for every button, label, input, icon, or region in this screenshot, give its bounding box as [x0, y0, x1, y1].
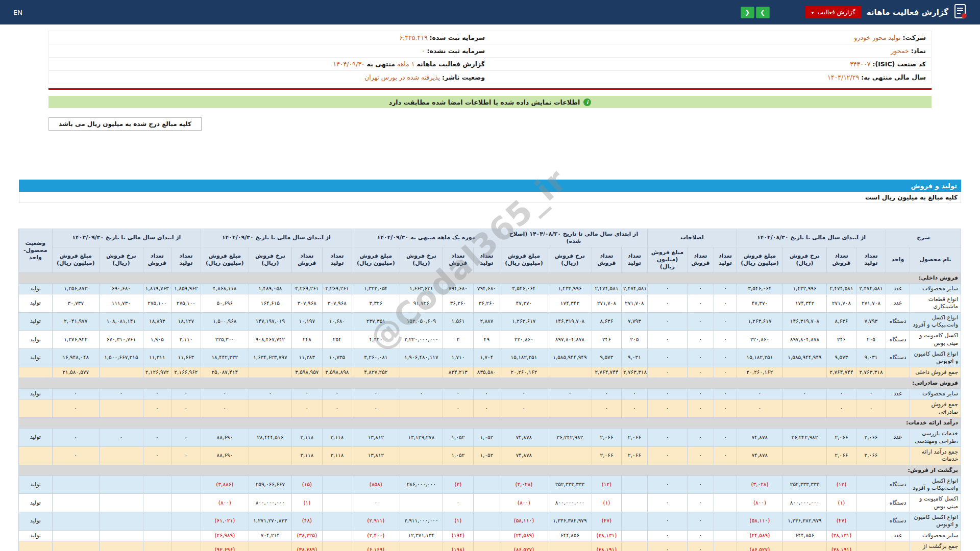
value-cell — [99, 541, 143, 551]
value-cell: ۱,۵۰۰,۹۶۸ — [201, 312, 249, 331]
value-cell: ۲۵۲,۳۳۳,۳۳۳ — [783, 475, 827, 494]
value-cell: ۲۴۸ — [291, 331, 322, 349]
value-cell: (۳۸,۱۹۱) — [827, 541, 856, 551]
value-cell: ۰ — [647, 348, 687, 367]
value-cell: ۸۳۵,۵۸۰ — [473, 367, 500, 378]
amounts-note-box: کلیه مبالغ درج شده به میلیون ریال می باش… — [48, 117, 202, 131]
value-cell: ۱۰,۶۸۰ — [322, 312, 352, 331]
unit-cell: دستگاه — [886, 494, 910, 512]
value-cell: ۱,۹۰۵ — [143, 331, 171, 349]
status-cell — [18, 541, 52, 551]
page-title: گزارش فعالیت ماهانه — [867, 8, 948, 17]
unit-cell: دستگاه — [886, 312, 910, 331]
col-header: تعداد فروش — [687, 247, 714, 272]
value-cell — [171, 475, 201, 494]
value-cell: ۰ — [856, 399, 886, 418]
value-cell — [249, 399, 291, 418]
report-icon — [953, 4, 967, 21]
section-title: تولید و فروش — [911, 182, 957, 190]
value-cell: ۰ — [714, 294, 737, 313]
value-cell: ۰ — [291, 389, 322, 399]
value-cell: ۲۲۵,۳۰۰ — [201, 331, 249, 349]
value-cell — [783, 541, 827, 551]
value-cell: (۳,۰۲۸) — [500, 475, 548, 494]
table-sub-header-row: نام محصول واحد تعداد تولید تعداد فروش نر… — [18, 247, 961, 272]
value-cell: ۳,۲۶۹,۲۶۱ — [291, 283, 322, 294]
value-cell: (۳۸,۱۳۱) — [827, 530, 856, 541]
value-cell — [783, 399, 827, 418]
value-cell — [621, 512, 647, 531]
value-cell — [473, 475, 500, 494]
value-cell: ۱۳,۱۲۹,۲۷۸ — [400, 429, 443, 447]
value-cell — [52, 494, 99, 512]
value-cell: ۰ — [687, 429, 714, 447]
value-cell: ۱,۴۳۲,۹۹۶ — [783, 283, 827, 294]
unit-cell — [886, 446, 910, 465]
production-sales-table: شرح از ابتدای سال مالی تا تاریخ ۱۴۰۴/۰۸/… — [18, 229, 961, 551]
value-cell — [171, 512, 201, 531]
status-cell — [18, 367, 52, 378]
table-group-header-row: شرح از ابتدای سال مالی تا تاریخ ۱۴۰۴/۰۸/… — [18, 229, 961, 247]
col-header: تعداد فروش — [827, 247, 856, 272]
value-cell: (۲۶,۹۸۹) — [201, 530, 249, 541]
issuer-status-label: وضعیت ناشر: — [442, 73, 485, 81]
status-cell: تولید — [18, 312, 52, 331]
symbol-label: نماد: — [911, 47, 926, 55]
value-cell: ۰ — [400, 389, 443, 399]
value-cell: ۱۲,۳۷۱,۱۳۴ — [400, 530, 443, 541]
report-type-dropdown[interactable]: گزارش فعالیت ▾ — [805, 6, 862, 18]
value-cell: ۳,۱۱۸ — [322, 429, 352, 447]
next-report-button[interactable]: ❯ — [756, 7, 770, 18]
value-cell — [322, 475, 352, 494]
value-cell: ۰ — [201, 399, 249, 418]
report-period-length: ۱ ماهه — [397, 60, 415, 68]
col-header: نرخ فروش (ریال) — [783, 247, 827, 272]
table-data-row: انواع اکسل وانت،پیکاپ و آفروددستگاه۷,۷۹۳… — [18, 312, 961, 331]
company-name-row: شرکت: تولید محور خودرو — [490, 31, 931, 44]
unit-cell — [886, 399, 910, 418]
isic-row: کد صنعت (ISIC): ۳۴۳۰۰۷ — [490, 58, 931, 71]
value-cell: ۰ — [827, 389, 856, 399]
value-cell: ۲,۱۲۶,۹۷۲ — [143, 367, 171, 378]
value-cell: (۴۸) — [291, 512, 322, 531]
value-cell — [856, 494, 886, 512]
value-cell: ۲۰۵ — [856, 331, 886, 349]
value-cell: ۲,۱۱۰ — [171, 331, 201, 349]
value-cell: ۲۰,۲۶۰,۱۶۲ — [500, 367, 548, 378]
report-period-label: گزارش فعالیت ماهانه — [416, 60, 485, 68]
value-cell: ۷۹۴,۶۸۰ — [473, 283, 500, 294]
value-cell: ۸۰۰,۰۰۰,۰۰۰ — [548, 494, 592, 512]
value-cell: ۸۰۰,۰۰۰,۰۰۰ — [783, 494, 827, 512]
production-table-body: فروش داخلی:سایر محصولاتعدد۲,۴۷۴,۵۸۱۲,۴۷۴… — [18, 272, 961, 551]
symbol-value: خمحور — [891, 47, 909, 55]
section-title-bar: تولید و فروش — [19, 180, 961, 192]
value-cell: ۰ — [647, 399, 687, 418]
table-sum-row: جمع برگشت از فروش(۳۸,۱۹۱)(۸۶,۵۲۷)۰۰(۳۸,۱… — [18, 541, 961, 551]
value-cell: (۲۴,۵۸۹) — [500, 530, 548, 541]
value-cell — [99, 367, 143, 378]
value-cell: ۱,۵۸۵,۹۴۴,۹۴۹ — [783, 348, 827, 367]
value-cell: (۱۲) — [592, 475, 621, 494]
value-cell: ۲,۰۶۶ — [856, 446, 886, 465]
value-cell: ۰ — [687, 294, 714, 313]
value-cell: ۰ — [647, 294, 687, 313]
value-cell — [473, 541, 500, 551]
value-cell: ۹,۰۳۱ — [621, 348, 647, 367]
section-label: برگشت از فروش: — [18, 465, 961, 475]
value-cell: ۱,۲۳۶,۳۸۲,۹۷۹ — [548, 512, 592, 531]
value-cell: (۱۹۴) — [443, 530, 473, 541]
col-header: مبلغ فروش (میلیون ریال) — [201, 247, 249, 272]
value-cell: ۰ — [687, 283, 714, 294]
unit-cell: عدد — [886, 429, 910, 447]
value-cell: ۳۰۷,۹۶۸ — [322, 294, 352, 313]
value-cell — [400, 367, 443, 378]
value-cell: (۸۰۰) — [737, 494, 782, 512]
value-cell: ۰ — [647, 494, 687, 512]
value-cell — [171, 494, 201, 512]
value-cell — [548, 446, 592, 465]
value-cell: ۹,۰۳۱ — [856, 348, 886, 367]
value-cell: ۰ — [52, 446, 99, 465]
red-divider — [48, 88, 932, 90]
language-switch[interactable]: EN — [13, 9, 22, 16]
prev-report-button[interactable]: ❮ — [741, 7, 754, 18]
